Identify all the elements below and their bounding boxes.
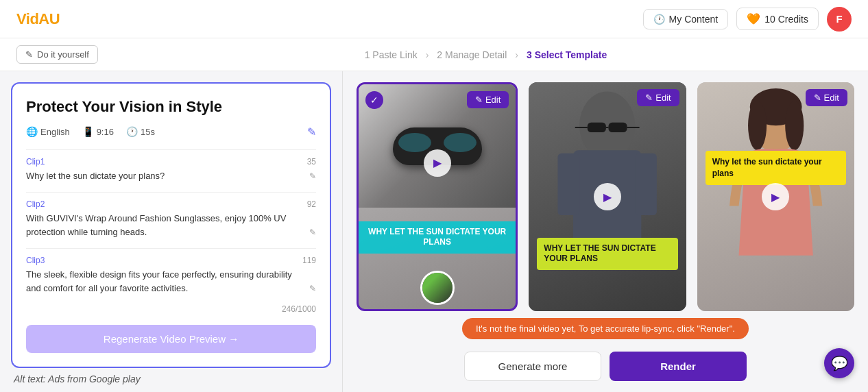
chat-icon: 💬 [831, 355, 848, 371]
regen-label: Regenerate Video Preview → [104, 333, 239, 345]
alt-text: Alt text: Ads from Google play [11, 373, 331, 384]
play-button-1[interactable]: ▶ [424, 149, 451, 177]
svg-point-12 [785, 101, 804, 150]
right-panel: ✓ ✎ Edit ▶ WHY LET THE SUN DICTATE YOUR … [343, 71, 868, 392]
left-panel: Protect Your Vision in Style 🌐 English 📱… [0, 71, 343, 392]
select-check-1: ✓ [365, 91, 383, 109]
clock-icon: 🕐 [126, 126, 138, 137]
duration-label: 15s [141, 127, 155, 137]
clip1-count: 35 [307, 157, 316, 167]
regenerate-button[interactable]: Regenerate Video Preview → [26, 325, 316, 353]
logo: VidAU [16, 10, 60, 28]
clip1-header: Clip1 35 [26, 157, 316, 167]
step-arrow-1: › [426, 49, 429, 60]
play-button-2[interactable]: ▶ [594, 183, 621, 210]
clip2-edit-button[interactable]: ✎ [309, 226, 316, 238]
clip3-text: The sleek, flexible design fits your fac… [26, 268, 316, 295]
do-it-yourself-button[interactable]: ✎ Do it yourself [16, 45, 98, 64]
header-right: 🕐 My Content 🧡 10 Credits F [643, 7, 852, 32]
edit-button-3[interactable]: ✎ Edit [806, 89, 847, 106]
edit-icon-2: ✎ [645, 93, 653, 103]
play-button-3[interactable]: ▶ [762, 183, 789, 210]
edit-icon: ✎ [25, 49, 33, 60]
chat-button[interactable]: 💬 [824, 348, 854, 378]
template-card-1[interactable]: ✓ ✎ Edit ▶ WHY LET THE SUN DICTATE YOUR … [357, 82, 518, 311]
credits-label: 10 Credits [764, 14, 808, 25]
edit-icon-1: ✎ [475, 95, 483, 105]
edit-label-3: Edit [824, 93, 839, 103]
clip1-label: Clip1 [26, 157, 45, 167]
logo-au: AU [38, 10, 60, 27]
clip3-edit-button[interactable]: ✎ [309, 282, 316, 295]
avatar-face-1 [422, 271, 453, 305]
step-2: 2 Manage Detail [437, 49, 507, 60]
template-card-2[interactable]: ✎ Edit ▶ WHY LET THE SUN DICTATE YOUR PL… [529, 82, 686, 311]
svg-rect-4 [588, 123, 606, 132]
step-1: 1 Paste Link [365, 49, 418, 60]
avatar-initial: F [836, 13, 842, 25]
char-total: 246/1000 [26, 304, 316, 314]
clip2-row: Clip2 92 With GUVIVI's Wrap Around Fashi… [26, 199, 316, 238]
generate-more-button[interactable]: Generate more [464, 352, 601, 381]
divider-3 [26, 248, 316, 249]
card-meta: 🌐 English 📱 9:16 🕐 15s ✎ [26, 125, 316, 138]
avatar[interactable]: F [827, 7, 852, 32]
svg-rect-3 [636, 154, 658, 215]
render-button[interactable]: Render [610, 352, 747, 381]
steps-bar: ✎ Do it yourself 1 Paste Link › 2 Manage… [0, 38, 868, 71]
svg-rect-2 [558, 154, 580, 215]
clip1-row: Clip1 35 Why let the sun dictate your pl… [26, 157, 316, 183]
aspect-meta: 📱 9:16 [82, 126, 114, 137]
clip1-text: Why let the sun dictate your plans? ✎ [26, 169, 316, 183]
edit-label-2: Edit [655, 93, 671, 103]
content-icon: 🕐 [653, 14, 665, 25]
step2-label: 2 Manage Detail [437, 49, 507, 60]
clip2-header: Clip2 92 [26, 199, 316, 209]
card-title: Protect Your Vision in Style [26, 97, 316, 117]
mobile-icon: 📱 [82, 126, 94, 137]
divider-2 [26, 192, 316, 193]
template3-text-overlay: Why let the sun dictate your plans [706, 151, 846, 185]
clip1-edit-button[interactable]: ✎ [309, 170, 316, 182]
globe-icon: 🌐 [26, 126, 38, 137]
bottom-actions: Generate more Render [357, 352, 854, 381]
do-it-yourself-label: Do it yourself [37, 49, 89, 60]
logo-vid: Vid [16, 10, 38, 27]
clip2-text: With GUVIVI's Wrap Around Fashion Sungla… [26, 212, 316, 238]
step-arrow-2: › [515, 49, 518, 60]
my-content-button[interactable]: 🕐 My Content [643, 9, 729, 29]
render-label: Render [660, 360, 696, 372]
step1-label: 1 Paste Link [365, 49, 418, 60]
aspect-label: 9:16 [97, 127, 114, 137]
edit-button-1[interactable]: ✎ Edit [467, 91, 509, 108]
clip3-row: Clip3 119 The sleek, flexible design fit… [26, 256, 316, 295]
divider-1 [26, 149, 316, 150]
duration-meta: 🕐 15s [126, 126, 155, 137]
language-label: English [40, 127, 70, 137]
heart-icon: 🧡 [747, 12, 760, 25]
edit-button-2[interactable]: ✎ Edit [637, 89, 679, 106]
meta-edit-button[interactable]: ✎ [307, 125, 316, 138]
svg-point-11 [748, 101, 767, 150]
template-card-3[interactable]: ✎ Edit ▶ Why let the sun dictate your pl… [697, 82, 854, 311]
step-3: 3 Select Template [527, 49, 607, 60]
credits-button[interactable]: 🧡 10 Credits [736, 8, 819, 30]
clip2-label: Clip2 [26, 199, 45, 209]
svg-rect-5 [609, 123, 627, 132]
edit-icon-3: ✎ [814, 93, 821, 103]
main-content: Protect Your Vision in Style 🌐 English 📱… [0, 71, 868, 392]
clip3-count: 119 [302, 256, 316, 265]
steps: 1 Paste Link › 2 Manage Detail › 3 Selec… [120, 49, 852, 60]
templates-grid: ✓ ✎ Edit ▶ WHY LET THE SUN DICTATE YOUR … [357, 82, 854, 311]
template2-text-overlay: WHY LET THE SUN DICTATE YOUR PLANS [537, 238, 677, 270]
my-content-label: My Content [669, 14, 719, 25]
clip2-count: 92 [307, 199, 316, 209]
generate-more-label: Generate more [498, 360, 568, 372]
header: VidAU 🕐 My Content 🧡 10 Credits F [0, 0, 868, 38]
language-meta: 🌐 English [26, 126, 70, 137]
edit-label-1: Edit [485, 95, 501, 105]
template1-avatar [420, 271, 455, 305]
clip3-header: Clip3 119 [26, 256, 316, 265]
step3-label: 3 Select Template [527, 49, 607, 60]
template1-text-overlay: WHY LET THE SUN DICTATE YOUR PLANS [359, 221, 516, 254]
